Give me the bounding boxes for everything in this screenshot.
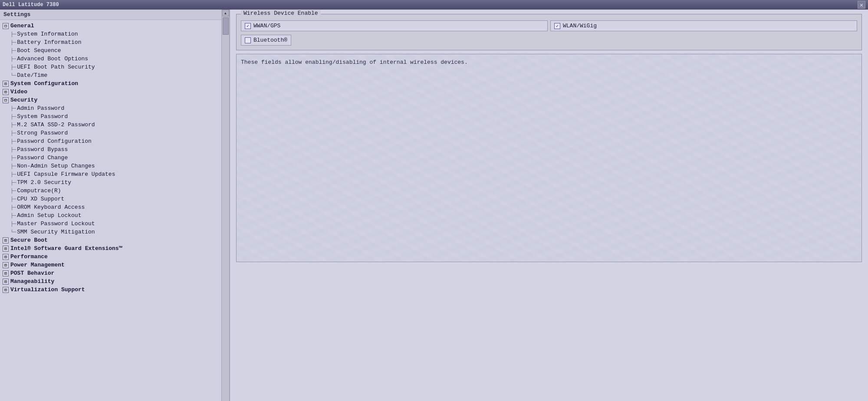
expand-system-config[interactable]: ⊞ [3,81,9,87]
connector-admin-lockout: ├─ [10,213,16,218]
connector-uefi-capsule: ├─ [10,172,16,177]
tree-label-tpm-security: TPM 2.0 Security [17,179,71,186]
scrollbar[interactable]: ▲ [221,10,229,401]
close-button[interactable]: ✕ [858,1,865,9]
connector-smm: └─ [10,230,16,235]
option-wwan-gps[interactable]: WWAN/GPS [241,20,548,31]
connector-system-info: ├─ [10,32,16,37]
expand-virtualization[interactable]: ⊞ [3,287,9,293]
tree-label-strong-password: Strong Password [17,130,68,136]
tree-label-advanced-boot-options: Advanced Boot Options [17,56,88,62]
checkbox-wwan-gps[interactable] [245,23,251,29]
tree-item-post-behavior[interactable]: ⊞ POST Behavior [0,269,220,277]
expand-general[interactable]: ⊟ [3,23,9,29]
scrollbar-up-button[interactable]: ▲ [222,10,229,16]
title-bar: Dell Latitude 7380 ✕ [0,0,868,10]
tree-item-power-management[interactable]: ⊞ Power Management [0,261,220,269]
tree-label-performance: Performance [10,253,48,260]
expand-secure-boot[interactable]: ⊞ [3,237,9,243]
tree-item-password-configuration[interactable]: ├─ Password Configuration [0,137,220,145]
tree-label-date-time: Date/Time [17,72,47,79]
tree-item-system-configuration[interactable]: ⊞ System Configuration [0,79,220,88]
expand-manageability[interactable]: ⊞ [3,279,9,285]
tree-item-master-password-lockout[interactable]: ├─ Master Password Lockout [0,220,220,228]
label-bluetooth: Bluetooth® [253,37,287,43]
tree-label-manageability: Manageability [10,278,54,285]
tree-label-cpu-xd: CPU XD Support [17,196,64,202]
tree-item-password-change[interactable]: ├─ Password Change [0,154,220,162]
tree-item-admin-setup-lockout[interactable]: ├─ Admin Setup Lockout [0,211,220,220]
tree-item-intel-guard[interactable]: ⊞ Intel® Software Guard Extensions™ [0,244,220,253]
tree-item-password-bypass[interactable]: ├─ Password Bypass [0,145,220,154]
tree-item-performance[interactable]: ⊞ Performance [0,253,220,261]
tree-item-secure-boot[interactable]: ⊞ Secure Boot [0,236,220,244]
wireless-device-section: Wireless Device Enable WWAN/GPS WLAN/WiG… [236,14,862,50]
tree-item-orom-keyboard[interactable]: ├─ OROM Keyboard Access [0,203,220,211]
tree-label-password-change: Password Change [17,154,68,161]
tree-label-uefi-capsule: UEFI Capsule Firmware Updates [17,171,115,177]
right-panel: Wireless Device Enable WWAN/GPS WLAN/WiG… [230,10,868,401]
tree-item-uefi-boot-path[interactable]: ├─ UEFI Boot Path Security [0,63,220,71]
tree-label-security: Security [10,97,37,103]
description-text: These fields allow enabling/disabling of… [241,59,468,66]
settings-header: Settings [0,10,229,20]
tree-label-password-configuration: Password Configuration [17,138,92,145]
tree-label-master-password-lockout: Master Password Lockout [17,220,95,227]
tree-item-uefi-capsule[interactable]: ├─ UEFI Capsule Firmware Updates [0,170,220,178]
tree-item-advanced-boot-options[interactable]: ├─ Advanced Boot Options [0,55,220,63]
connector-m2: ├─ [10,122,16,128]
expand-security[interactable]: ⊟ [3,97,9,103]
tree-container[interactable]: ⊟ General ├─ System Information ├─ Batte… [0,20,229,401]
connector-non-admin: ├─ [10,164,16,169]
connector-advanced-boot: ├─ [10,56,16,62]
tree-label-video: Video [10,89,27,95]
scrollbar-thumb[interactable] [223,17,229,35]
tree-label-general: General [10,23,34,29]
connector-cpu-xd: ├─ [10,197,16,202]
tree-label-virtualization: Virtualization Support [10,286,85,293]
expand-performance[interactable]: ⊞ [3,254,9,260]
tree-label-boot-sequence: Boot Sequence [17,47,61,54]
main-content: Settings ⊟ General ├─ System Information… [0,10,868,401]
tree-item-security[interactable]: ⊟ Security [0,96,220,104]
connector-uefi-boot: ├─ [10,65,16,70]
tree-label-system-password: System Password [17,113,68,120]
description-box: These fields allow enabling/disabling of… [236,54,862,262]
tree-label-system-information: System Information [17,31,78,37]
option-bluetooth[interactable]: Bluetooth® [241,35,291,46]
tree-item-manageability[interactable]: ⊞ Manageability [0,277,220,286]
checkbox-bluetooth[interactable] [245,37,251,43]
checkbox-wlan-wiGig[interactable] [554,23,560,29]
tree-label-battery-information: Battery Information [17,39,81,46]
tree-item-cpu-xd[interactable]: ├─ CPU XD Support [0,195,220,203]
option-wlan-wiGig[interactable]: WLAN/WiGig [550,20,857,31]
tree-item-system-password[interactable]: ├─ System Password [0,112,220,121]
connector-battery: ├─ [10,40,16,45]
tree-item-date-time[interactable]: └─ Date/Time [0,71,220,79]
connector-pw-change: ├─ [10,155,16,161]
tree-item-admin-password[interactable]: ├─ Admin Password [0,104,220,112]
connector-boot-seq: ├─ [10,48,16,53]
tree-item-virtualization[interactable]: ⊞ Virtualization Support [0,286,220,294]
expand-video[interactable]: ⊞ [3,89,9,95]
tree-item-video[interactable]: ⊞ Video [0,88,220,96]
tree-item-strong-password[interactable]: ├─ Strong Password [0,129,220,137]
tree-item-tpm-security[interactable]: ├─ TPM 2.0 Security [0,178,220,187]
tree-item-m2-sata-ssd[interactable]: ├─ M.2 SATA SSD-2 Password [0,121,220,129]
tree-item-computrace[interactable]: ├─ Computrace(R) [0,187,220,195]
tree-item-smm-security[interactable]: └─ SMM Security Mitigation [0,228,220,236]
tree-item-non-admin-setup[interactable]: ├─ Non-Admin Setup Changes [0,162,220,170]
tree-label-admin-setup-lockout: Admin Setup Lockout [17,212,81,219]
tree-item-battery-information[interactable]: ├─ Battery Information [0,38,220,46]
tree-label-uefi-boot-path: UEFI Boot Path Security [17,64,95,70]
tree-item-general[interactable]: ⊟ General [0,22,220,30]
expand-intel-guard[interactable]: ⊞ [3,246,9,252]
expand-power-mgmt[interactable]: ⊞ [3,262,9,268]
wireless-section-title: Wireless Device Enable [241,10,321,16]
expand-post-behavior[interactable]: ⊞ [3,270,9,276]
connector-pw-config: ├─ [10,139,16,144]
tree-label-intel-guard: Intel® Software Guard Extensions™ [10,245,122,252]
connector-sys-pw: ├─ [10,114,16,119]
tree-item-system-information[interactable]: ├─ System Information [0,30,220,38]
tree-item-boot-sequence[interactable]: ├─ Boot Sequence [0,46,220,55]
